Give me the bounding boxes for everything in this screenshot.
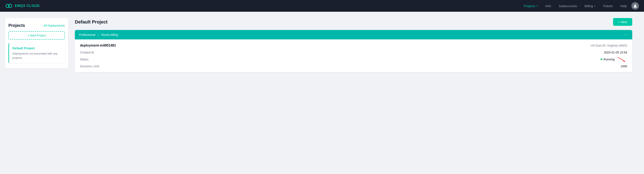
created-at-label: Created At: xyxy=(80,51,95,54)
nav-subaccounts[interactable]: Subaccounts xyxy=(556,2,580,9)
sessions-limit-label: Sessions Limit: xyxy=(80,65,100,68)
status-text: Running xyxy=(604,58,614,61)
nav-vas[interactable]: VAS xyxy=(542,2,554,9)
svg-point-1 xyxy=(8,4,12,7)
project-item-description: Deployments not associated with any proj… xyxy=(12,52,62,60)
deployment-details: Created At: 2023-01-05 15:54 Status: Run… xyxy=(80,51,627,68)
main-content: Default Project + New Professional | Hou… xyxy=(68,18,639,168)
sessions-limit-row: Sessions Limit: 1000 xyxy=(80,65,627,68)
deployment-card-header: Professional | Hourly billing ··· xyxy=(75,30,632,39)
billing-tag: Hourly billing xyxy=(101,33,118,36)
created-at-value: 2023-01-05 15:54 xyxy=(604,51,627,54)
app-title: EMQX CLOUD xyxy=(15,4,40,8)
chevron-down-icon: ▾ xyxy=(536,5,538,7)
sidebar: Projects All Deployments + New Project D… xyxy=(5,18,68,68)
status-row: Status: Running xyxy=(80,56,627,63)
sidebar-header: Projects All Deployments xyxy=(8,23,65,28)
created-at-row: Created At: 2023-01-05 15:54 xyxy=(80,51,627,54)
svg-point-2 xyxy=(634,4,636,6)
nav-billing[interactable]: Billing ▾ xyxy=(582,2,598,9)
default-project-item[interactable]: Default Project Deployments not associat… xyxy=(8,43,65,63)
nav-items: Projects ▾ VAS Subaccounts Billing ▾ Tic… xyxy=(521,2,639,10)
content-header: Default Project + New xyxy=(75,18,632,26)
main-layout: Projects All Deployments + New Project D… xyxy=(0,12,644,174)
new-project-button[interactable]: + New Project xyxy=(8,31,65,40)
status-value: Running xyxy=(601,56,627,63)
user-avatar[interactable] xyxy=(632,2,639,10)
page-title: Default Project xyxy=(75,19,108,25)
project-item-name: Default Project xyxy=(12,46,62,50)
deployment-name: deployment-m4801481 xyxy=(80,44,116,47)
chevron-down-icon: ▾ xyxy=(594,5,595,7)
logo-area: EMQX CLOUD xyxy=(5,2,40,10)
all-deployments-link[interactable]: All Deployments xyxy=(44,24,65,27)
header-divider: | xyxy=(98,33,99,36)
deployment-card: Professional | Hourly billing ··· deploy… xyxy=(75,30,632,72)
top-navigation: EMQX CLOUD Projects ▾ VAS Subaccounts Bi… xyxy=(0,0,644,12)
status-label: Status: xyxy=(80,58,89,61)
deployment-main-row: deployment-m4801481 US East (N. Virginia… xyxy=(80,44,627,47)
red-arrow-annotation xyxy=(617,56,627,63)
nav-projects[interactable]: Projects ▾ xyxy=(521,2,540,9)
nav-tickets[interactable]: Tickets xyxy=(600,2,616,9)
status-dot-icon xyxy=(601,59,602,60)
svg-line-3 xyxy=(618,57,625,61)
emqx-logo-icon xyxy=(5,2,12,10)
new-deployment-button[interactable]: + New xyxy=(613,18,632,26)
plan-tag: Professional xyxy=(79,33,95,36)
deployment-card-body: deployment-m4801481 US East (N. Virginia… xyxy=(75,39,632,72)
deployment-card-header-labels: Professional | Hourly billing xyxy=(79,33,118,36)
nav-help[interactable]: Help xyxy=(617,2,630,9)
sidebar-title: Projects xyxy=(8,23,25,28)
deployment-region: US East (N. Virginia) (AWS) xyxy=(591,44,627,47)
card-menu-dots[interactable]: ··· xyxy=(624,32,628,37)
sessions-limit-value: 1000 xyxy=(621,65,627,68)
